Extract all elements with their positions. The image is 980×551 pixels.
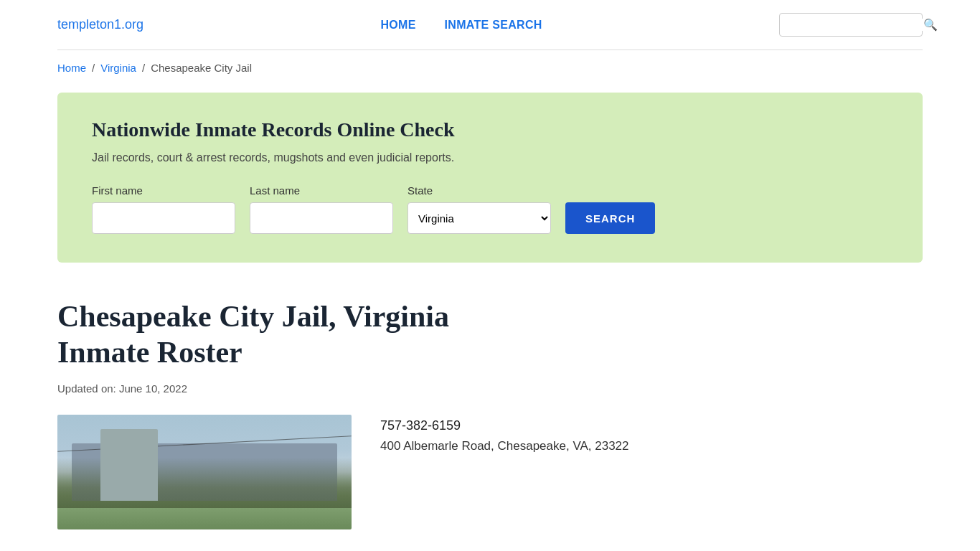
- last-name-input[interactable]: [250, 202, 393, 234]
- jail-info: 757-382-6159 400 Albemarle Road, Chesape…: [380, 415, 629, 457]
- breadcrumb: Home / Virginia / Chesapeake City Jail: [0, 50, 980, 85]
- search-banner: Nationwide Inmate Records Online Check J…: [57, 93, 923, 263]
- banner-title: Nationwide Inmate Records Online Check: [92, 118, 888, 141]
- breadcrumb-sep-2: /: [142, 62, 145, 74]
- first-name-input[interactable]: [92, 202, 235, 234]
- main-nav: HOME INMATE SEARCH: [380, 19, 542, 32]
- jail-image: [57, 415, 352, 529]
- site-header: templeton1.org HOME INMATE SEARCH 🔍: [0, 0, 980, 50]
- breadcrumb-virginia[interactable]: Virginia: [100, 62, 136, 74]
- last-name-label: Last name: [250, 184, 393, 197]
- page-title: Chesapeake City Jail, Virginia Inmate Ro…: [57, 298, 545, 371]
- jail-address: 400 Albemarle Road, Chesapeake, VA, 2332…: [380, 436, 629, 457]
- jail-phone: 757-382-6159: [380, 415, 629, 437]
- search-button[interactable]: SEARCH: [565, 202, 655, 234]
- bottom-section: 757-382-6159 400 Albemarle Road, Chesape…: [57, 415, 923, 529]
- first-name-group: First name: [92, 184, 235, 234]
- breadcrumb-current: Chesapeake City Jail: [151, 62, 252, 74]
- header-search-input[interactable]: [787, 19, 923, 31]
- inmate-search-form: First name Last name State AlabamaAlaska…: [92, 184, 888, 234]
- breadcrumb-sep-1: /: [92, 62, 95, 74]
- first-name-label: First name: [92, 184, 235, 197]
- state-group: State AlabamaAlaskaArizonaArkansasCalifo…: [407, 184, 551, 234]
- last-name-group: Last name: [250, 184, 393, 234]
- state-select[interactable]: AlabamaAlaskaArizonaArkansasCaliforniaCo…: [407, 202, 551, 234]
- nav-inmate-search[interactable]: INMATE SEARCH: [445, 19, 542, 32]
- breadcrumb-home[interactable]: Home: [57, 62, 86, 74]
- state-label: State: [407, 184, 551, 197]
- main-content: Chesapeake City Jail, Virginia Inmate Ro…: [0, 284, 980, 551]
- site-logo[interactable]: templeton1.org: [57, 17, 143, 32]
- search-icon: 🔍: [923, 18, 938, 32]
- tree-overlay: [57, 458, 352, 508]
- banner-subtitle: Jail records, court & arrest records, mu…: [92, 151, 888, 164]
- powerline: [57, 435, 351, 451]
- nav-home[interactable]: HOME: [380, 19, 415, 32]
- header-search-box: 🔍: [779, 13, 923, 37]
- updated-date: Updated on: June 10, 2022: [57, 382, 923, 395]
